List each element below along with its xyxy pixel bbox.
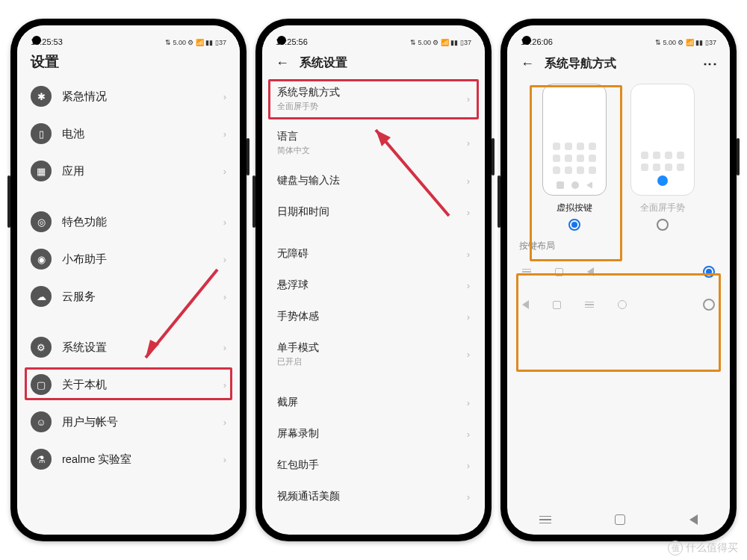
page-title: 系统设置: [300, 55, 347, 71]
sys-row-8[interactable]: 截屏 ›: [270, 387, 477, 418]
chevron-right-icon: ›: [467, 349, 470, 360]
sys-row-5[interactable]: 悬浮球 ›: [270, 270, 477, 301]
header: ← 系统设置: [262, 48, 485, 77]
watermark: 值 什么值得买: [668, 541, 738, 556]
row-icon: ✱: [31, 86, 52, 107]
chevron-right-icon: ›: [223, 379, 226, 391]
system-settings-list[interactable]: 系统导航方式全面屏手势 ›语言简体中文 ›键盘与输入法 ›日期和时间 ›无障碍 …: [262, 77, 485, 535]
nav-back-icon[interactable]: [689, 514, 698, 525]
chevron-right-icon: ›: [223, 166, 226, 177]
status-bar: 13:25:53 ⇅ 5.00 ⚙ 📶 ▮▮ ▯37: [17, 25, 240, 48]
row-icon: ⚙: [31, 337, 52, 358]
sys-row-1[interactable]: 语言简体中文 ›: [270, 121, 477, 165]
settings-row-9[interactable]: ⚗ realme 实验室 ›: [25, 441, 232, 478]
settings-row-1[interactable]: ▯ 电池 ›: [25, 115, 232, 152]
sys-row-11[interactable]: 视频通话美颜 ›: [270, 481, 477, 512]
more-menu-icon[interactable]: ⋮: [702, 57, 719, 70]
layout-option-2[interactable]: [518, 288, 719, 321]
row-icon: ▢: [31, 374, 52, 395]
chevron-right-icon: ›: [223, 454, 226, 465]
back-button[interactable]: ←: [521, 56, 534, 72]
settings-row-0[interactable]: ✱ 紧急情况 ›: [25, 78, 232, 115]
settings-row-5[interactable]: ☁ 云服务 ›: [25, 278, 232, 315]
row-label: realme 实验室: [62, 452, 131, 467]
settings-row-2[interactable]: ▦ 应用 ›: [25, 152, 232, 190]
sys-row-9[interactable]: 屏幕录制 ›: [270, 418, 477, 449]
settings-row-6[interactable]: ⚙ 系统设置 ›: [25, 329, 232, 366]
phone-frame-3: 13:26:06 ⇅ 5.00 ⚙ 📶 ▮▮ ▯37 ← 系统导航方式 ⋮ 虚拟…: [500, 19, 737, 541]
sys-row-3[interactable]: 日期和时间 ›: [270, 196, 477, 228]
row-label: 屏幕录制: [277, 427, 319, 441]
row-label: 电池: [62, 127, 84, 141]
row-icon: ◉: [31, 249, 52, 270]
extra-icon: [618, 300, 627, 309]
chevron-right-icon: ›: [223, 417, 226, 428]
nav-home-icon[interactable]: [615, 514, 625, 525]
row-label: 紧急情况: [62, 90, 107, 104]
camera-hole: [32, 36, 41, 45]
status-icons: ⇅ 5.00 ⚙ 📶 ▮▮ ▯37: [655, 39, 716, 46]
sys-row-10[interactable]: 红包助手 ›: [270, 449, 477, 481]
row-label: 键盘与输入法: [277, 174, 340, 187]
chevron-right-icon: ›: [467, 93, 470, 105]
nav-preview-gesture: [630, 84, 695, 196]
row-label: 截屏: [277, 396, 298, 409]
back-icon: [587, 267, 594, 276]
sys-row-4[interactable]: 无障碍 ›: [270, 238, 477, 270]
nav-option-label: 虚拟按键: [536, 202, 613, 214]
nav-option-buttons[interactable]: 虚拟按键: [536, 84, 613, 231]
phone-frame-1: 13:25:53 ⇅ 5.00 ⚙ 📶 ▮▮ ▯37 设置 ✱ 紧急情况 ›▯ …: [10, 19, 247, 541]
nav-option-label: 全面屏手势: [624, 202, 701, 214]
back-button[interactable]: ←: [276, 55, 289, 71]
row-label: 用户与帐号: [62, 415, 118, 429]
row-label: 单手模式: [277, 341, 319, 355]
row-label: 系统导航方式: [277, 86, 340, 99]
chevron-right-icon: ›: [467, 311, 470, 323]
row-icon: ☁: [31, 286, 52, 307]
home-icon: [553, 301, 561, 309]
row-label: 红包助手: [277, 458, 319, 472]
page-title: 系统导航方式: [545, 56, 616, 72]
sys-row-6[interactable]: 手势体感 ›: [270, 301, 477, 332]
chevron-right-icon: ›: [223, 342, 226, 353]
status-icons: ⇅ 5.00 ⚙ 📶 ▮▮ ▯37: [410, 39, 471, 46]
row-label: 手势体感: [277, 310, 319, 323]
settings-row-7[interactable]: ▢ 关于本机 ›: [25, 366, 232, 403]
row-icon: ☺: [31, 411, 52, 432]
settings-row-3[interactable]: ◎ 特色功能 ›: [25, 203, 232, 240]
settings-row-8[interactable]: ☺ 用户与帐号 ›: [25, 403, 232, 441]
row-icon: ◎: [31, 211, 52, 232]
camera-hole: [522, 36, 531, 45]
header: ← 系统导航方式 ⋮: [507, 48, 730, 78]
row-label: 应用: [62, 164, 84, 178]
row-icon: ▦: [31, 161, 52, 181]
radio-gesture-nav[interactable]: [657, 219, 669, 231]
nav-recents-icon[interactable]: [539, 516, 551, 524]
sys-row-2[interactable]: 键盘与输入法 ›: [270, 165, 477, 196]
chevron-right-icon: ›: [223, 217, 226, 228]
layout-option-1[interactable]: [518, 255, 719, 288]
settings-list[interactable]: ✱ 紧急情况 ›▯ 电池 ›▦ 应用 ›◎ 特色功能 ›◉ 小布助手 ›☁ 云服…: [17, 78, 240, 535]
row-label: 语言: [277, 130, 310, 143]
chevron-right-icon: ›: [223, 291, 226, 302]
watermark-icon: 值: [668, 541, 683, 556]
sys-row-0[interactable]: 系统导航方式全面屏手势 ›: [270, 77, 477, 121]
row-sublabel: 全面屏手势: [277, 101, 340, 112]
sys-row-7[interactable]: 单手模式已开启 ›: [270, 332, 477, 376]
row-sublabel: 已开启: [277, 356, 319, 367]
radio-layout-2[interactable]: [703, 299, 715, 311]
chevron-right-icon: ›: [467, 175, 470, 187]
row-label: 无障碍: [277, 247, 309, 261]
nav-preview-buttons: [542, 84, 607, 196]
row-label: 日期和时间: [277, 205, 329, 219]
recents-icon: [522, 269, 531, 276]
system-nav-bar[interactable]: [507, 505, 730, 535]
nav-option-gesture[interactable]: 全面屏手势: [624, 84, 701, 231]
chevron-right-icon: ›: [223, 128, 226, 140]
home-icon: [555, 268, 563, 276]
recents-icon: [585, 302, 594, 308]
button-layout-options: [507, 255, 730, 321]
radio-buttons-nav[interactable]: [568, 219, 580, 231]
settings-row-4[interactable]: ◉ 小布助手 ›: [25, 240, 232, 278]
radio-layout-1[interactable]: [703, 266, 715, 278]
